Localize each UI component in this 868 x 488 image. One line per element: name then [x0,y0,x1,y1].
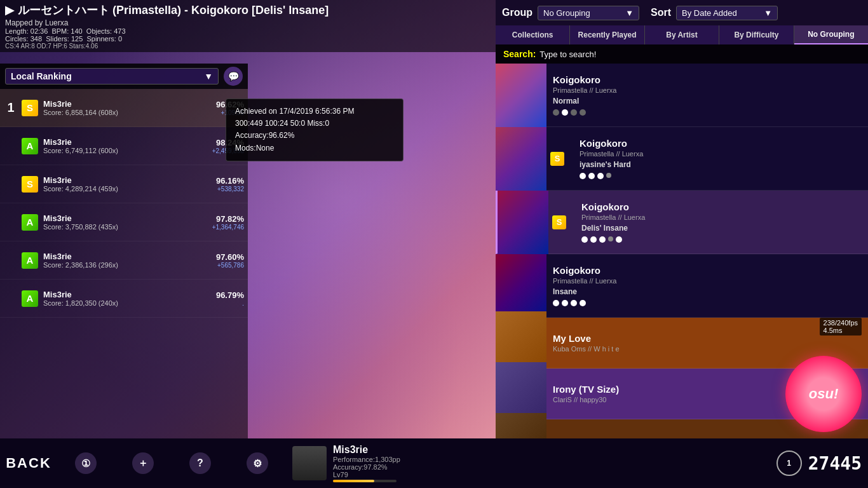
diff-dots-3 [581,236,862,243]
osu-logo[interactable]: osu! [785,356,862,432]
song-item-koigokoro-hard[interactable]: S Koigokoro Primastella // Luerxa iyasin… [496,127,868,191]
player-level: Lv79 [333,471,770,478]
rank-row-5[interactable]: A Mis3rie Score: 2,386,136 (296x) 97.60%… [0,241,248,280]
add-button[interactable]: ＋ [114,452,172,474]
song-thumbnail-4 [496,254,546,318]
player-name-2: Mis3rie [43,137,212,147]
rank-stats-3: 96.16% +538,332 [216,176,244,193]
tab-by-artist[interactable]: By Artist [645,25,719,44]
group-select[interactable]: No Grouping ▼ [538,6,639,20]
song-thumbnail-3 [498,191,548,254]
tooltip-mods: Mods:None [235,142,394,154]
tab-bar: Collections Recently Played By Artist By… [496,25,868,44]
dot [581,236,588,243]
song-title-bar: ▶ ルーセントハート (Primastella) - Koigokoro [De… [5,3,491,18]
sort-select[interactable]: By Date Added ▼ [676,6,778,20]
player-score-3: Score: 4,289,214 (459x) [43,185,216,193]
dot [553,300,559,306]
group-label: Group [502,7,532,18]
song-artist-3: Primastella // Luerxa [581,214,862,221]
player-accuracy: Accuracy:97.82% [333,463,770,471]
settings-button[interactable]: ⚙ [229,452,286,474]
dropdown-arrow-icon: ▼ [204,71,213,81]
song-title-2: Koigokoro [580,138,862,149]
help-button[interactable]: ? [172,452,229,474]
player-score-6: Score: 1,820,350 (240x) [43,299,216,307]
search-placeholder[interactable]: Type to search! [539,50,596,59]
search-label: Search: [503,49,536,59]
dot [580,300,586,306]
rank-row-1[interactable]: 1 S Mis3rie Score: 6,858,164 (608x) 96.6… [0,89,248,127]
player-info-1: Mis3rie Score: 6,858,164 (608x) [43,99,216,116]
accuracy-6: 96.79% [216,290,244,300]
player-score-5: Score: 2,386,136 (296x) [43,261,216,269]
grade-badge-3: S [22,176,38,193]
back-button[interactable]: BACK [0,455,57,471]
player-info-bar: Mis3rie Performance:1,303pp Accuracy:97.… [286,444,868,482]
score-display: 27445 [808,453,862,474]
rank-row-3[interactable]: S Mis3rie Score: 4,289,214 (459x) 96.16%… [0,165,248,203]
pp-6: . [216,300,244,307]
dot [562,109,568,116]
dot [616,236,622,243]
player-name-6: Mis3rie [43,290,216,299]
dot [571,300,577,306]
grade-badge-5: A [22,252,38,269]
grade-badge-2: A [22,138,38,154]
song-meta-2: Length: 02:36 BPM: 140 Objects: 473 [5,27,491,35]
song-diff-2: iyasine's Hard [580,160,862,169]
tab-by-difficulty[interactable]: By Difficulty [719,25,794,44]
song-info-4: Koigokoro Primastella // Luerxa Insane [546,260,868,311]
tab-collections[interactable]: Collections [496,25,570,44]
song-meta-4: CS:4 AR:8 OD:7 HP:6 Stars:4.06 [5,43,491,50]
chat-icon[interactable]: 💬 [224,67,243,86]
dot [553,109,559,116]
xp-fill [333,480,374,482]
pp-3: +538,332 [216,186,244,193]
accuracy-3: 96.16% [216,176,244,186]
mode-button[interactable]: ① [57,452,114,474]
song-item-koigokoro-normal[interactable]: Koigokoro Primastella // Luerxa Normal [496,64,868,127]
s-rank-badge-insane: S [552,215,566,229]
back-label: BACK [6,455,51,471]
player-score-1: Score: 6,858,164 (608x) [43,109,216,116]
song-item-koigokoro-insane[interactable]: Koigokoro Primastella // Luerxa Insane [496,254,868,318]
rank-row-2[interactable]: A Mis3rie Score: 6,749,112 (600x) 98.24%… [0,127,248,165]
back-arrow-icon: ▶ [5,3,14,17]
osu-label: osu! [809,386,838,402]
dot [571,109,577,116]
song-diff-4: Insane [553,287,862,296]
local-ranking-dropdown[interactable]: Local Ranking ▼ [5,68,219,85]
mode-icon: ① [75,452,97,474]
song-thumbnail-7 [496,413,546,439]
rank-row-6[interactable]: A Mis3rie Score: 1,820,350 (240x) 96.79%… [0,280,248,318]
song-title-1: Koigokoro [553,74,862,85]
song-item-koigokoro-insane-delis[interactable]: S Koigokoro Primastella // Luerxa Delis'… [496,191,868,254]
group-dropdown-arrow: ▼ [625,8,634,18]
rank-row-4[interactable]: A Mis3rie Score: 3,750,882 (435x) 97.82%… [0,203,248,241]
dot [608,236,613,241]
add-icon: ＋ [132,452,154,474]
help-icon: ? [189,452,211,474]
sort-dropdown-arrow: ▼ [764,8,772,18]
grade-badge-6: A [22,290,38,307]
rank-stats-6: 96.79% . [216,290,244,307]
search-bar: Search: Type to search! [496,44,868,64]
song-meta-1: Mapped by Luerxa [5,18,491,27]
player-details: Mis3rie Performance:1,303pp Accuracy:97.… [333,444,770,482]
song-title-4: Koigokoro [553,265,862,276]
tab-recently-played[interactable]: Recently Played [570,25,644,44]
diff-dots-4 [553,300,862,306]
rank-stats-5: 97.60% +565,786 [216,252,244,269]
dot [562,300,568,306]
player-info-2: Mis3rie Score: 6,749,112 (600x) [43,137,212,154]
tooltip-accuracy: Accuracy:96.62% [235,130,394,142]
tab-no-grouping[interactable]: No Grouping [794,25,868,44]
song-full-title: ルーセントハート (Primastella) - Koigokoro [Deli… [18,3,329,18]
player-name-5: Mis3rie [43,252,216,261]
player-name-4: Mis3rie [43,214,212,223]
grade-badge-1: S [22,100,38,116]
osu-area: 238/240fps 4.5ms osu! [754,311,868,438]
xp-bar [333,480,397,482]
sort-label: Sort [651,7,671,18]
